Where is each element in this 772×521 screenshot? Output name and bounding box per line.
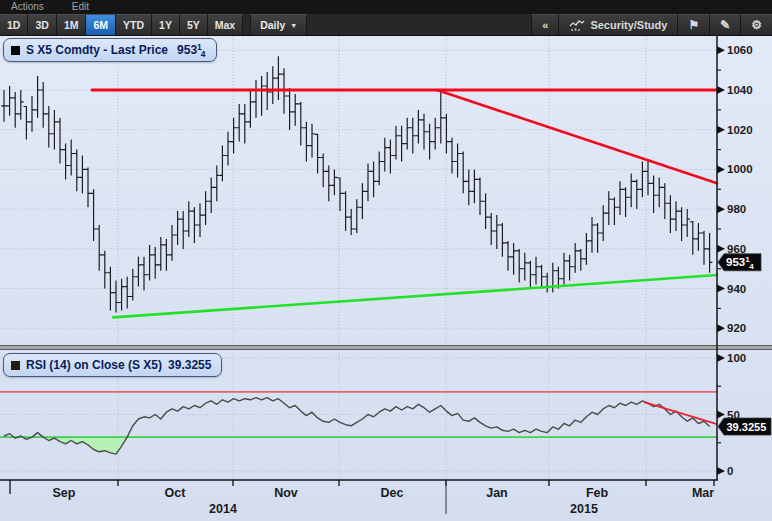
ohlc-bar: [360, 183, 366, 219]
ohlc-bar: [612, 197, 618, 225]
ohlc-bar: [690, 221, 696, 255]
ohlc-bar: [528, 261, 534, 289]
flag-button[interactable]: ⚑: [677, 14, 709, 35]
ohlc-bar: [152, 247, 158, 279]
ohlc-bar: [421, 114, 427, 150]
ohlc-bar: [567, 255, 573, 281]
ohlc-bar: [141, 257, 147, 291]
period-button-1m[interactable]: 1M: [57, 14, 87, 35]
ohlc-bar: [52, 110, 58, 150]
ohlc-bar: [253, 80, 259, 118]
ohlc-bar: [640, 162, 646, 198]
rsi-legend-value: 39.3255: [168, 358, 211, 372]
menu-edit[interactable]: Edit: [72, 0, 89, 14]
ohlc-bar: [147, 245, 153, 281]
period-button-1y[interactable]: 1Y: [152, 14, 180, 35]
series-swatch-icon: [11, 46, 20, 55]
price-legend-label: S X5 Comdty - Last Price: [26, 43, 168, 57]
ohlc-bar: [679, 207, 685, 241]
ohlc-bar: [651, 175, 657, 213]
ohlc-bar: [18, 90, 24, 120]
price-tick-arrow: [717, 46, 725, 54]
ohlc-bar: [399, 126, 405, 162]
ohlc-bar: [35, 76, 41, 118]
ohlc-bar: [376, 152, 382, 186]
ohlc-bar: [214, 166, 220, 202]
flag-icon: ⚑: [688, 19, 699, 31]
ohlc-bar: [259, 76, 265, 116]
ohlc-bar: [606, 191, 612, 225]
settings-button[interactable]: ⚙: [740, 14, 772, 35]
ohlc-bar: [438, 90, 444, 144]
ohlc-bar: [24, 106, 30, 140]
security-study-label: Security/Study: [590, 19, 667, 31]
ohlc-bar: [673, 201, 679, 231]
ohlc-bar: [488, 213, 494, 245]
ohlc-bar: [382, 138, 388, 172]
period-button-ytd[interactable]: YTD: [116, 14, 152, 35]
ohlc-bar: [656, 177, 662, 207]
rsi-axis-label: 0: [727, 465, 733, 477]
interval-dropdown[interactable]: Daily ▼: [250, 14, 307, 35]
ohlc-bar: [634, 179, 640, 209]
ohlc-bar: [130, 269, 136, 301]
ohlc-bar: [12, 92, 18, 128]
period-button-6m[interactable]: 6M: [86, 14, 116, 35]
month-label: Nov: [274, 486, 298, 500]
ohlc-bar: [169, 225, 175, 261]
price-series-legend[interactable]: S X5 Comdty - Last Price 95314: [3, 38, 217, 62]
price-axis-label: 940: [727, 283, 746, 295]
rsi-study-legend[interactable]: RSI (14) on Close (S X5) 39.3255: [3, 353, 222, 377]
period-button-max[interactable]: Max: [208, 14, 243, 35]
collapse-panel-button[interactable]: «: [531, 14, 558, 35]
ohlc-bar: [186, 201, 192, 237]
ohlc-bar: [404, 118, 410, 150]
price-axis-label: 960: [727, 243, 746, 255]
rsi-tick-arrow: [717, 354, 725, 362]
chart-canvas[interactable]: 1060104010201000980960940920100500SepOct…: [0, 36, 772, 521]
ohlc-bar: [85, 167, 91, 207]
ohlc-bar: [124, 277, 130, 309]
ohlc-bar: [348, 209, 354, 235]
ohlc-bar: [354, 199, 360, 233]
price-axis-label: 1000: [727, 163, 753, 175]
menu-actions[interactable]: Actions: [11, 0, 44, 14]
price-axis-label: 1060: [727, 44, 753, 56]
ohlc-bar: [455, 144, 461, 178]
ohlc-bar: [561, 253, 567, 285]
ohlc-bar: [707, 233, 713, 273]
price-tick-arrow: [717, 86, 725, 94]
chart-area: 1060104010201000980960940920100500SepOct…: [0, 36, 772, 521]
period-button-5y[interactable]: 5Y: [180, 14, 208, 35]
rsi-downtrend: [644, 402, 717, 424]
period-button-1d[interactable]: 1D: [0, 14, 28, 35]
rsi-legend-label: RSI (14) on Close (S X5): [26, 358, 162, 372]
period-button-3d[interactable]: 3D: [28, 14, 56, 35]
ohlc-bar: [595, 223, 601, 253]
month-label: Oct: [165, 486, 187, 500]
ohlc-bar: [589, 217, 595, 253]
annotate-button[interactable]: ✎: [709, 14, 740, 35]
price-axis-label: 1020: [727, 124, 753, 136]
price-tick-arrow: [717, 324, 725, 332]
ohlc-bar: [80, 156, 86, 194]
month-label: Jan: [486, 486, 508, 500]
ohlc-bar: [472, 169, 478, 203]
security-study-button[interactable]: Security/Study: [558, 14, 677, 35]
ohlc-bar: [270, 66, 276, 104]
ohlc-bar: [315, 134, 321, 174]
ohlc-bar: [57, 118, 63, 164]
ohlc-bar: [522, 253, 528, 281]
ohlc-bar: [668, 195, 674, 233]
last-price-value: 95314: [177, 43, 206, 57]
ohlc-bar: [102, 251, 108, 289]
price-axis-label: 980: [727, 203, 746, 215]
ohlc-bar: [572, 243, 578, 273]
ohlc-bar: [410, 118, 416, 154]
ohlc-bar: [220, 146, 226, 182]
price-tick-arrow: [717, 245, 725, 253]
ohlc-bar: [623, 187, 629, 217]
rsi-axis-label: 100: [727, 352, 746, 364]
toolbar-spacer: [307, 14, 531, 35]
price-tick-arrow: [717, 285, 725, 293]
